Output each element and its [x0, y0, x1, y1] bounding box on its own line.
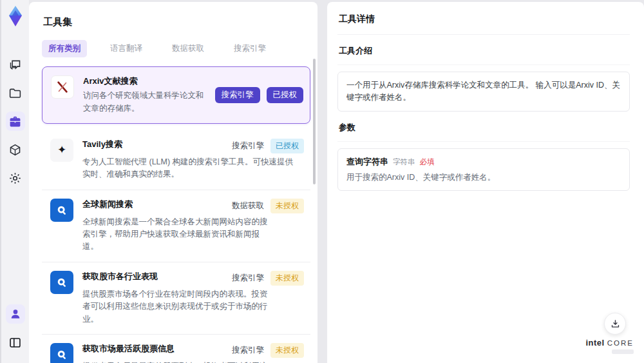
param-required-label: 必填	[420, 157, 435, 167]
tool-detail-panel: 工具详情 工具介绍 一个用于从Arxiv存储库搜索科学论文和文章的工具。 输入可…	[327, 2, 644, 363]
tab-translation[interactable]: 语言翻译	[104, 40, 149, 57]
folder-icon[interactable]	[6, 83, 25, 103]
intro-heading: 工具介绍	[337, 35, 630, 65]
brand-ultra-bar	[612, 349, 634, 354]
status-badge: 已授权	[267, 87, 304, 103]
brand-intel-text: intel	[585, 338, 604, 348]
stock-search-icon	[50, 271, 73, 294]
intro-text: 一个用于从Arxiv存储库搜索科学论文和文章的工具。 输入可以是Arxiv ID…	[337, 72, 630, 112]
tool-list: Arxiv文献搜索 访问各个研究领域大量科学论文和文章的存储库。 搜索引擎 已授…	[42, 66, 310, 363]
detail-title: 工具详情	[337, 11, 630, 35]
panel-layout-icon[interactable]	[6, 333, 25, 352]
briefcase-icon-tools[interactable]	[6, 112, 25, 131]
app-logo-icon	[6, 5, 25, 27]
tavily-star-icon: ✦	[50, 139, 73, 162]
tool-description: 提供股票市场各个行业在特定时间段内的表现。投资者可以利用这些信息来识别表现优于或…	[82, 288, 273, 326]
category-label: 搜索引擎	[232, 345, 264, 356]
brand-core-text: CORE	[607, 339, 634, 347]
param-name: 查询字符串	[346, 156, 388, 168]
tool-card-arxiv[interactable]: Arxiv文献搜索 访问各个研究领域大量科学论文和文章的存储库。 搜索引擎 已授…	[42, 66, 310, 124]
news-search-icon	[50, 199, 73, 222]
category-label: 搜索引擎	[232, 273, 264, 284]
intel-core-logo: intel CORE	[585, 338, 634, 354]
category-label: 数据获取	[232, 201, 264, 211]
download-icon	[610, 319, 621, 329]
cube-icon[interactable]	[6, 140, 25, 159]
status-badge: 未授权	[270, 343, 304, 358]
download-button[interactable]	[604, 313, 626, 335]
tool-description: 专为人工智能代理 (LLM) 构建的搜索引擎工具。可快速提供实时、准确和真实的结…	[82, 156, 295, 181]
tool-name: 获取市场最活跃股票信息	[82, 343, 175, 355]
tab-search-engine[interactable]: 搜索引擎	[227, 40, 272, 57]
main-area: 工具集 所有类别 语言翻译 数据获取 搜索引擎	[29, 0, 644, 363]
sidebar	[0, 0, 29, 363]
panel-divider	[317, 2, 327, 363]
page-title: 工具集	[43, 16, 311, 28]
tool-name: Arxiv文献搜索	[83, 75, 138, 87]
status-badge: 未授权	[270, 199, 304, 213]
status-badge: 未授权	[270, 271, 304, 286]
user-icon[interactable]	[6, 304, 25, 324]
tab-all-categories[interactable]: 所有类别	[42, 40, 87, 57]
tool-card-tavily[interactable]: ✦ Tavily搜索 搜索引擎 已授权 专为人工智能代理 (LLM) 构建的搜索…	[42, 130, 310, 190]
tool-description: 提供当天交易量最高的股票列表，投资者可以利用这些信息来识别流动性强的股票和潜在的…	[82, 360, 273, 363]
app-window: 工具集 所有类别 语言翻译 数据获取 搜索引擎	[0, 0, 644, 363]
tool-name: Tavily搜索	[82, 139, 122, 150]
status-badge: 已授权	[270, 139, 304, 153]
category-tabs: 所有类别 语言翻译 数据获取 搜索引擎	[42, 40, 311, 57]
tool-name: 全球新闻搜索	[82, 199, 133, 210]
tab-data-fetch[interactable]: 数据获取	[166, 40, 211, 57]
tool-card-sector-performance[interactable]: 获取股市各行业表现 搜索引擎 未授权 提供股票市场各个行业在特定时间段内的表现。…	[42, 262, 310, 335]
stock-search-icon	[50, 343, 73, 363]
category-label: 搜索引擎	[232, 141, 264, 152]
tool-description: 全球新闻搜索是一个聚合全球各大新闻网站内容的搜索引擎，帮助用户快速获取全球最新资…	[82, 216, 273, 253]
params-heading: 参数	[337, 112, 630, 142]
tool-name: 获取股市各行业表现	[82, 271, 158, 282]
param-item: 查询字符串 字符串 必填 用于搜索的Arxiv ID、关键字或作者姓名。	[337, 148, 630, 191]
chat-icon[interactable]	[6, 55, 25, 74]
param-description: 用于搜索的Arxiv ID、关键字或作者姓名。	[346, 172, 621, 183]
tool-card-global-news[interactable]: 全球新闻搜索 数据获取 未授权 全球新闻搜索是一个聚合全球各大新闻网站内容的搜索…	[42, 190, 310, 262]
tool-card-active-stocks[interactable]: 获取市场最活跃股票信息 搜索引擎 未授权 提供当天交易量最高的股票列表，投资者可…	[42, 335, 310, 363]
category-badge: 搜索引擎	[215, 87, 260, 103]
param-type: 字符串	[393, 157, 415, 167]
gear-icon[interactable]	[6, 168, 25, 188]
arxiv-logo-icon	[51, 75, 74, 99]
list-scrollbar[interactable]	[313, 59, 316, 184]
tool-description: 访问各个研究领域大量科学论文和文章的存储库。	[83, 90, 210, 115]
tool-list-panel: 工具集 所有类别 语言翻译 数据获取 搜索引擎	[29, 2, 317, 363]
